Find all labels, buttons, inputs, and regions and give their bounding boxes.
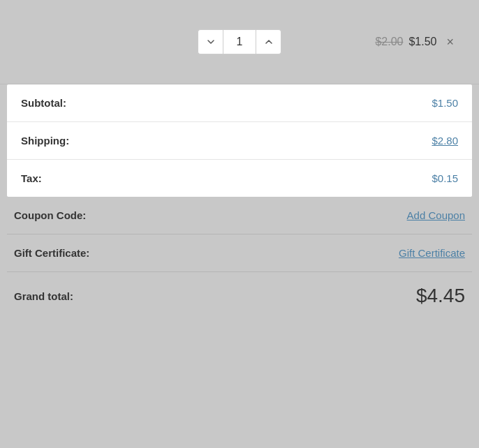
chevron-up-icon xyxy=(265,38,273,46)
grand-total-value: $4.45 xyxy=(416,285,465,307)
coupon-row: Coupon Code: Add Coupon xyxy=(7,197,472,234)
gift-certificate-button[interactable]: Gift Certificate xyxy=(399,247,465,259)
remove-item-button[interactable]: × xyxy=(442,33,458,51)
product-row: 1 $2.00 $1.50 × xyxy=(0,0,479,84)
coupon-label: Coupon Code: xyxy=(14,209,86,221)
extras-section: Coupon Code: Add Coupon Gift Certificate… xyxy=(0,197,479,272)
quantity-decrease-button[interactable] xyxy=(198,29,223,54)
grand-total-section: Grand total: $4.45 xyxy=(0,272,479,320)
shipping-value[interactable]: $2.80 xyxy=(432,135,458,147)
tax-value: $0.15 xyxy=(432,172,458,184)
chevron-down-icon xyxy=(207,38,215,46)
subtotal-value: $1.50 xyxy=(432,97,458,109)
gift-certificate-label: Gift Certificate: xyxy=(14,247,89,259)
gift-certificate-row: Gift Certificate: Gift Certificate xyxy=(7,234,472,272)
shipping-row: Shipping: $2.80 xyxy=(7,122,472,160)
subtotal-label: Subtotal: xyxy=(21,97,66,109)
tax-row: Tax: $0.15 xyxy=(7,160,472,197)
grand-total-label: Grand total: xyxy=(14,290,73,302)
original-price: $2.00 xyxy=(375,36,403,48)
discounted-price: $1.50 xyxy=(408,36,436,48)
tax-label: Tax: xyxy=(21,172,42,184)
shipping-label: Shipping: xyxy=(21,135,69,147)
quantity-value: 1 xyxy=(223,29,256,54)
quantity-increase-button[interactable] xyxy=(256,29,281,54)
add-coupon-button[interactable]: Add Coupon xyxy=(407,209,465,221)
cart-summary: Subtotal: $1.50 Shipping: $2.80 Tax: $0.… xyxy=(7,84,472,197)
price-area: $2.00 $1.50 × xyxy=(375,33,458,51)
quantity-controls: 1 xyxy=(198,29,281,54)
subtotal-row: Subtotal: $1.50 xyxy=(7,84,472,122)
